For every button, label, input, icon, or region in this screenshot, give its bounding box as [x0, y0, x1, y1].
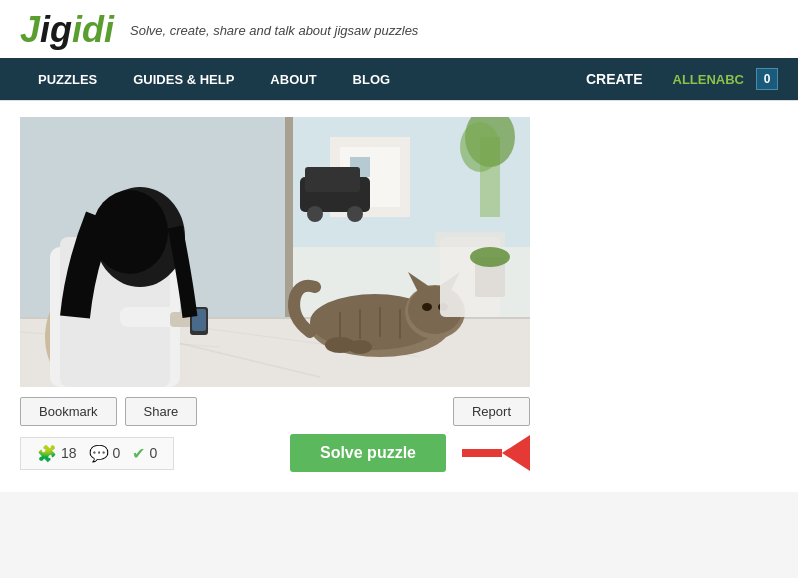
- puzzle-piece-icon: 🧩: [37, 444, 57, 463]
- logo-idi: idi: [72, 9, 114, 50]
- svg-rect-45: [435, 232, 505, 247]
- nav-user[interactable]: ALLENABC: [661, 58, 757, 100]
- solves-count: 0: [149, 445, 157, 461]
- logo-ig: ig: [40, 9, 72, 50]
- nav-guides[interactable]: GUIDES & HELP: [115, 58, 252, 100]
- svg-rect-9: [305, 167, 360, 192]
- site-tagline: Solve, create, share and talk about jigs…: [130, 23, 418, 38]
- solves-stat: ✔ 0: [132, 444, 157, 463]
- solve-puzzle-button[interactable]: Solve puzzle: [290, 434, 446, 472]
- svg-point-14: [460, 122, 500, 172]
- nav-notification-badge[interactable]: 0: [756, 68, 778, 90]
- pieces-count: 18: [61, 445, 77, 461]
- svg-point-40: [422, 303, 432, 311]
- svg-point-11: [347, 206, 363, 222]
- svg-point-10: [307, 206, 323, 222]
- svg-point-47: [470, 247, 510, 267]
- nav-puzzles[interactable]: PUZZLES: [20, 58, 115, 100]
- stats-box: 🧩 18 💬 0 ✔ 0: [20, 437, 174, 470]
- arrow-indicator: [462, 435, 530, 471]
- svg-rect-2: [285, 117, 293, 317]
- nav-blog[interactable]: BLOG: [335, 58, 409, 100]
- main-content: Bookmark Share Report 🧩 18 💬 0 ✔ 0 Solve…: [0, 101, 798, 492]
- bookmark-button[interactable]: Bookmark: [20, 397, 117, 426]
- comments-stat: 💬 0: [89, 444, 121, 463]
- share-button[interactable]: Share: [125, 397, 198, 426]
- comment-icon: 💬: [89, 444, 109, 463]
- site-logo[interactable]: Jigidi: [20, 12, 114, 48]
- puzzle-image: [20, 117, 530, 387]
- pieces-stat: 🧩 18: [37, 444, 77, 463]
- nav-create[interactable]: CREATE: [568, 58, 661, 100]
- puzzle-image-container: [20, 117, 530, 387]
- puzzle-scene-svg: [20, 117, 530, 387]
- logo-j: J: [20, 9, 40, 50]
- checkmark-icon: ✔: [132, 444, 145, 463]
- arrow-head: [502, 435, 530, 471]
- stats-solve-row: 🧩 18 💬 0 ✔ 0 Solve puzzle: [20, 434, 530, 472]
- svg-point-43: [348, 340, 372, 354]
- comments-count: 0: [113, 445, 121, 461]
- arrow-shaft: [462, 449, 502, 457]
- report-button[interactable]: Report: [453, 397, 530, 426]
- main-nav: PUZZLES GUIDES & HELP ABOUT BLOG CREATE …: [0, 58, 798, 100]
- action-row: Bookmark Share Report: [20, 397, 530, 426]
- site-header: Jigidi Solve, create, share and talk abo…: [0, 0, 798, 58]
- nav-about[interactable]: ABOUT: [252, 58, 334, 100]
